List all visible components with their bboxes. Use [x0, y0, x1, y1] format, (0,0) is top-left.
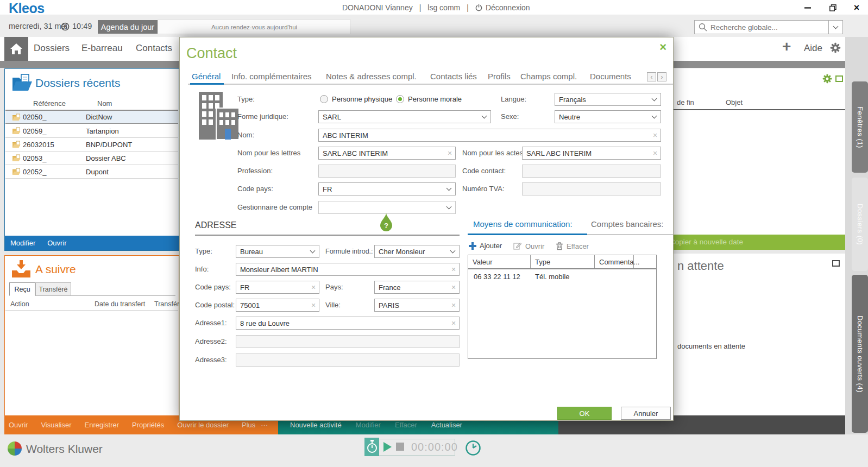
- ville-input[interactable]: ×: [374, 299, 460, 312]
- logout-link[interactable]: Déconnexion: [486, 3, 530, 12]
- clear-icon[interactable]: ×: [444, 149, 455, 157]
- code-pays-select[interactable]: FR: [318, 182, 456, 195]
- clear-icon[interactable]: ×: [650, 131, 661, 140]
- org-name[interactable]: lsg comm: [427, 3, 460, 12]
- window-minimize-button[interactable]: [801, 3, 815, 12]
- time-tracking-clock-icon[interactable]: [465, 440, 481, 458]
- adresse2-input[interactable]: [236, 335, 460, 348]
- langue-select[interactable]: Français: [555, 93, 661, 106]
- column-header-reference[interactable]: Référence: [33, 99, 66, 108]
- copier-nouvelle-date-action[interactable]: Copier à nouvelle date: [670, 238, 743, 246]
- overflow-icon[interactable]: ···: [261, 421, 268, 429]
- pays-input[interactable]: ×: [374, 281, 460, 294]
- annuler-button[interactable]: Annuler: [621, 407, 671, 420]
- nav-dossiers[interactable]: Dossiers: [34, 43, 70, 54]
- modifier-action[interactable]: Modifier: [356, 421, 381, 429]
- tab-contacts-lies[interactable]: Contacts liés: [430, 72, 477, 81]
- clear-icon[interactable]: ×: [308, 301, 319, 310]
- ajouter-button[interactable]: Ajouter: [469, 242, 502, 250]
- clear-icon[interactable]: ×: [308, 283, 319, 292]
- nav-e-barreau[interactable]: E-barreau: [81, 43, 123, 54]
- radio-personne-physique[interactable]: [320, 95, 328, 103]
- tab-notes-adresses[interactable]: Notes & adresses compl.: [326, 72, 417, 81]
- profession-input[interactable]: [318, 165, 456, 178]
- clear-icon[interactable]: ×: [448, 283, 459, 292]
- addr-type-select[interactable]: Bureau: [236, 245, 319, 258]
- gear-icon[interactable]: [822, 74, 832, 86]
- formule-select[interactable]: Cher Monsieur: [374, 245, 460, 258]
- radio-personne-morale[interactable]: [396, 95, 404, 103]
- col-valeur[interactable]: Valeur: [468, 255, 531, 268]
- addr-code-pays-input[interactable]: ×: [236, 281, 319, 294]
- global-search[interactable]: [694, 20, 843, 34]
- play-button[interactable]: [383, 442, 392, 452]
- effacer-action[interactable]: Effacer: [395, 421, 417, 429]
- side-tab-documents-ouverts[interactable]: Documents ouverts (4): [852, 275, 868, 433]
- ouvrir-dossier-action[interactable]: Ouvrir le dossier: [177, 421, 229, 429]
- numero-tva-input[interactable]: [522, 182, 661, 195]
- radio-label[interactable]: Personne morale: [408, 93, 462, 106]
- side-tab-dossiers[interactable]: Dossiers (0): [852, 178, 868, 271]
- col-type[interactable]: Type: [531, 255, 595, 268]
- tab-comptes-bancaires[interactable]: Comptes bancaires:: [591, 219, 663, 229]
- column-header-objet[interactable]: Objet: [726, 98, 743, 106]
- radio-label[interactable]: Personne physique: [332, 93, 392, 106]
- column-header-nom[interactable]: Nom: [97, 99, 112, 108]
- tab-champs-compl[interactable]: Champs compl.: [520, 72, 577, 81]
- help-icon[interactable]: ?: [379, 212, 394, 234]
- sexe-select[interactable]: Neutre: [555, 110, 661, 123]
- ouvrir-button[interactable]: Ouvrir: [47, 239, 66, 247]
- table-row[interactable]: 02052_ Dupont: [5, 165, 178, 179]
- window-close-button[interactable]: ×: [850, 3, 864, 12]
- nom-input[interactable]: ×: [318, 129, 661, 142]
- agenda-du-jour-button[interactable]: Agenda du jour: [98, 20, 158, 34]
- tab-recu[interactable]: Reçu: [9, 282, 35, 296]
- search-input[interactable]: [707, 23, 828, 31]
- add-icon[interactable]: +: [782, 38, 791, 55]
- visualiser-action[interactable]: Visualiser: [41, 421, 71, 429]
- col-commentaire[interactable]: Commenta...: [595, 255, 634, 268]
- tab-profils[interactable]: Profils: [488, 72, 511, 81]
- clear-icon[interactable]: ×: [650, 149, 661, 157]
- proprietes-action[interactable]: Propriétés: [132, 421, 164, 429]
- nav-aide[interactable]: Aide: [804, 43, 822, 54]
- adresse3-input[interactable]: [236, 354, 460, 367]
- ouvrir-action[interactable]: Ouvrir: [9, 421, 28, 429]
- nom-lettres-input[interactable]: ×: [318, 147, 456, 160]
- info-input[interactable]: ×: [236, 263, 460, 276]
- stopwatch-button[interactable]: [364, 438, 379, 456]
- tab-moyens-communication[interactable]: Moyens de communication:: [473, 219, 573, 229]
- close-icon[interactable]: ×: [659, 42, 666, 53]
- tab-scroll-right-button[interactable]: ›: [657, 72, 666, 81]
- table-row[interactable]: 02053_ Dossier ABC: [5, 152, 178, 165]
- clear-icon[interactable]: ×: [448, 265, 459, 274]
- tab-general[interactable]: Général: [192, 72, 221, 81]
- nav-contacts[interactable]: Contacts: [136, 43, 172, 54]
- home-button[interactable]: [4, 37, 28, 61]
- tab-info-complementaires[interactable]: Info. complémentaires: [231, 72, 312, 81]
- tab-scroll-left-button[interactable]: ‹: [647, 72, 656, 81]
- modifier-button[interactable]: Modifier: [10, 239, 35, 247]
- plus-action[interactable]: Plus: [242, 421, 255, 429]
- column-header-date[interactable]: Date du transfert: [95, 300, 145, 308]
- tab-transfere[interactable]: Transféré: [35, 282, 71, 296]
- table-row[interactable]: 26032015 BNP/DUPONT: [5, 138, 178, 152]
- gear-icon[interactable]: [830, 42, 841, 56]
- actualiser-action[interactable]: Actualiser: [431, 421, 462, 429]
- clear-icon[interactable]: ×: [448, 319, 459, 327]
- adresse1-input[interactable]: ×: [236, 317, 460, 330]
- enregistrer-action[interactable]: Enregistrer: [85, 421, 119, 429]
- expand-icon[interactable]: [835, 75, 843, 82]
- ok-button[interactable]: OK: [557, 407, 612, 420]
- side-tab-fenetres[interactable]: Fenêtres (1): [852, 81, 868, 173]
- code-postal-input[interactable]: ×: [236, 299, 319, 312]
- column-header-date-fin[interactable]: de fin: [677, 98, 694, 106]
- stop-button[interactable]: [396, 443, 404, 451]
- expand-icon[interactable]: [832, 260, 840, 267]
- code-contact-input[interactable]: [522, 165, 661, 178]
- table-row[interactable]: 02050_ DictNow: [5, 110, 178, 124]
- window-restore-button[interactable]: [826, 3, 840, 12]
- clear-icon[interactable]: ×: [448, 301, 459, 310]
- table-row[interactable]: 06 33 22 11 12 Tél. mobile: [468, 269, 656, 283]
- nouvelle-activite-action[interactable]: Nouvelle activité: [290, 421, 342, 429]
